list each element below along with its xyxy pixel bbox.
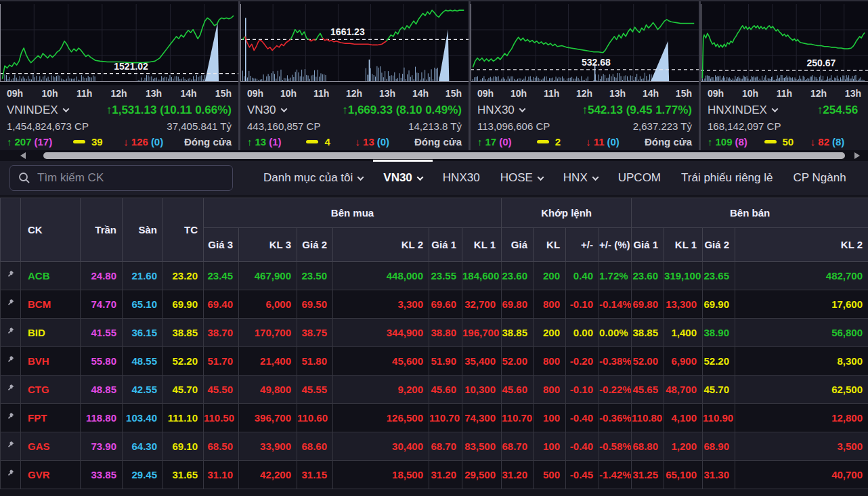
cell-match-pct[interactable]: 0.00% xyxy=(599,319,632,347)
cell-sell-kl2[interactable]: 40,700 xyxy=(735,461,868,489)
cell-buy-gia1[interactable]: 23.55 xyxy=(429,262,462,290)
cell-buy-kl3[interactable]: 6,000 xyxy=(239,290,297,319)
tab-upcom[interactable]: UPCOM xyxy=(608,160,671,196)
tab-trái-phiếu-riêng-lẻ[interactable]: Trái phiếu riêng lẻ xyxy=(671,160,783,196)
cell-sell-gia2[interactable]: 110.90 xyxy=(703,404,735,432)
cell-buy-kl3[interactable]: 396,700 xyxy=(239,404,297,432)
cell-match-kl[interactable]: 200 xyxy=(534,319,566,347)
cell-sell-gia2[interactable]: 23.65 xyxy=(703,262,735,290)
cell-tc[interactable]: 52.20 xyxy=(163,347,204,376)
cell-tc[interactable]: 69.10 xyxy=(163,432,204,461)
cell-buy-kl3[interactable]: 170,700 xyxy=(239,319,297,347)
cell-buy-gia3[interactable]: 51.70 xyxy=(204,347,239,376)
cell-san[interactable]: 29.45 xyxy=(123,461,163,489)
cell-tc[interactable]: 69.90 xyxy=(163,290,204,319)
cell-match-kl[interactable]: 800 xyxy=(534,347,566,376)
tab-hnx[interactable]: HNX xyxy=(553,160,608,196)
cell-buy-gia2[interactable]: 110.60 xyxy=(297,404,333,432)
cell-sell-gia1[interactable]: 45.65 xyxy=(632,376,664,404)
cell-match-pct[interactable]: -0.14% xyxy=(599,290,632,319)
cell-match-chg[interactable]: -0.10 xyxy=(566,290,599,319)
cell-tran[interactable]: 74.70 xyxy=(81,290,123,319)
cell-match-chg[interactable]: -0.40 xyxy=(566,404,599,432)
index-name-dropdown[interactable]: HNX30 xyxy=(477,104,525,117)
cell-match-chg[interactable]: -0.40 xyxy=(566,432,599,461)
cell-match-gia[interactable]: 52.00 xyxy=(502,347,534,376)
cell-buy-kl1[interactable]: 10,300 xyxy=(462,376,502,404)
cell-tran[interactable]: 41.55 xyxy=(81,319,123,347)
cell-match-kl[interactable]: 500 xyxy=(534,461,566,489)
ticker-symbol[interactable]: CTG xyxy=(21,376,81,404)
cell-buy-kl3[interactable]: 21,400 xyxy=(239,347,297,376)
cell-sell-kl1[interactable]: 48,700 xyxy=(664,376,703,404)
cell-tran[interactable]: 24.80 xyxy=(81,262,123,290)
pin-button[interactable] xyxy=(1,432,21,461)
tab-hnx30[interactable]: HNX30 xyxy=(433,160,490,196)
cell-match-kl[interactable]: 100 xyxy=(534,404,566,432)
cell-sell-gia1[interactable]: 52.00 xyxy=(632,347,664,376)
cell-sell-kl2[interactable]: 56,800 xyxy=(735,319,868,347)
cell-buy-gia3[interactable]: 23.45 xyxy=(204,262,239,290)
scroll-left-icon[interactable] xyxy=(20,152,26,159)
cell-buy-kl2[interactable]: 126,500 xyxy=(333,404,429,432)
cell-buy-kl1[interactable]: 29,500 xyxy=(462,461,502,489)
pin-button[interactable] xyxy=(1,347,21,376)
ticker-symbol[interactable]: FPT xyxy=(21,404,81,432)
cell-buy-gia3[interactable]: 31.10 xyxy=(204,461,239,489)
cell-sell-kl1[interactable]: 65,100 xyxy=(664,461,703,489)
cell-match-pct[interactable]: -0.38% xyxy=(599,347,632,376)
cell-tc[interactable]: 111.10 xyxy=(163,404,204,432)
cell-san[interactable]: 36.15 xyxy=(123,319,163,347)
cell-san[interactable]: 48.55 xyxy=(123,347,163,376)
cell-buy-gia1[interactable]: 110.70 xyxy=(429,404,462,432)
cell-tc[interactable]: 38.85 xyxy=(163,319,204,347)
cell-buy-kl2[interactable]: 448,000 xyxy=(333,262,429,290)
cell-buy-kl3[interactable]: 49,800 xyxy=(239,376,297,404)
cell-san[interactable]: 103.40 xyxy=(123,404,163,432)
pin-button[interactable] xyxy=(1,290,21,319)
cell-match-chg[interactable]: -0.45 xyxy=(566,461,599,489)
cell-sell-gia1[interactable]: 110.80 xyxy=(632,404,664,432)
cell-match-gia[interactable]: 45.60 xyxy=(502,376,534,404)
scroll-right-icon[interactable] xyxy=(854,152,860,159)
cell-buy-gia2[interactable]: 31.15 xyxy=(297,461,333,489)
cell-buy-kl1[interactable]: 35,400 xyxy=(462,347,502,376)
cell-sell-gia1[interactable]: 69.80 xyxy=(632,290,664,319)
cell-match-gia[interactable]: 31.20 xyxy=(502,461,534,489)
cell-san[interactable]: 64.30 xyxy=(123,432,163,461)
tab-cp-ngành[interactable]: CP Ngành xyxy=(783,160,856,196)
ticker-symbol[interactable]: ACB xyxy=(21,262,81,290)
cell-match-gia[interactable]: 110.70 xyxy=(502,404,534,432)
cell-match-kl[interactable]: 200 xyxy=(534,262,566,290)
cell-buy-kl3[interactable]: 467,900 xyxy=(239,262,297,290)
cell-sell-kl2[interactable]: 17,600 xyxy=(735,290,868,319)
cell-match-pct[interactable]: -0.36% xyxy=(599,404,632,432)
cell-sell-gia2[interactable]: 68.90 xyxy=(703,432,735,461)
tab-hose[interactable]: HOSE xyxy=(490,160,553,196)
cell-buy-gia1[interactable]: 69.60 xyxy=(429,290,462,319)
cell-match-pct[interactable]: -0.58% xyxy=(599,432,632,461)
cell-tc[interactable]: 31.65 xyxy=(163,461,204,489)
cell-sell-kl2[interactable]: 482,700 xyxy=(735,262,868,290)
cell-buy-kl2[interactable]: 30,400 xyxy=(333,432,429,461)
cell-sell-kl1[interactable]: 4,100 xyxy=(664,404,703,432)
cell-buy-gia2[interactable]: 68.60 xyxy=(297,432,333,461)
cell-sell-gia2[interactable]: 38.90 xyxy=(703,319,735,347)
pin-button[interactable] xyxy=(1,262,21,290)
cell-buy-kl1[interactable]: 196,700 xyxy=(462,319,502,347)
ticker-symbol[interactable]: GAS xyxy=(21,432,81,461)
cell-match-kl[interactable]: 100 xyxy=(534,432,566,461)
cell-sell-kl1[interactable]: 6,900 xyxy=(664,347,703,376)
cell-sell-kl2[interactable]: 62,500 xyxy=(735,376,868,404)
cell-tc[interactable]: 45.70 xyxy=(163,376,204,404)
cell-sell-gia2[interactable]: 52.20 xyxy=(703,347,735,376)
cell-sell-gia2[interactable]: 31.30 xyxy=(703,461,735,489)
cell-buy-gia3[interactable]: 68.50 xyxy=(204,432,239,461)
cell-sell-gia2[interactable]: 69.90 xyxy=(703,290,735,319)
tab-danh-mục-của-tôi[interactable]: Danh mục của tôi xyxy=(253,160,373,196)
scrollbar-thumb[interactable] xyxy=(43,152,845,159)
pin-button[interactable] xyxy=(1,404,21,432)
cell-buy-gia1[interactable]: 51.90 xyxy=(429,347,462,376)
ticker-symbol[interactable]: BVH xyxy=(21,347,81,376)
cell-buy-kl2[interactable]: 18,500 xyxy=(333,461,429,489)
